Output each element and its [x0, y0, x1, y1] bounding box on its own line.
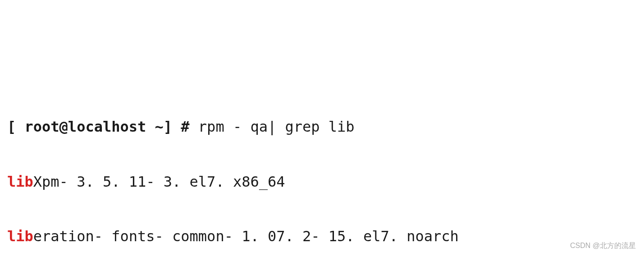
- prompt-line[interactable]: [ root@localhost ~] # rpm - qa| grep lib: [7, 113, 637, 141]
- output-rest: eration- fonts- common- 1. 07. 2- 15. el…: [33, 228, 459, 245]
- grep-highlight: lib: [7, 173, 33, 190]
- output-line: liberation- fonts- common- 1. 07. 2- 15.…: [7, 223, 637, 250]
- watermark: CSDN @北方的流星: [570, 239, 636, 252]
- shell-command: rpm - qa| grep lib: [198, 118, 355, 135]
- grep-highlight: lib: [7, 228, 33, 245]
- output-line: libXpm- 3. 5. 11- 3. el7. x86_64: [7, 168, 637, 196]
- shell-prompt: [ root@localhost ~] #: [7, 118, 198, 135]
- output-rest: Xpm- 3. 5. 11- 3. el7. x86_64: [33, 173, 285, 190]
